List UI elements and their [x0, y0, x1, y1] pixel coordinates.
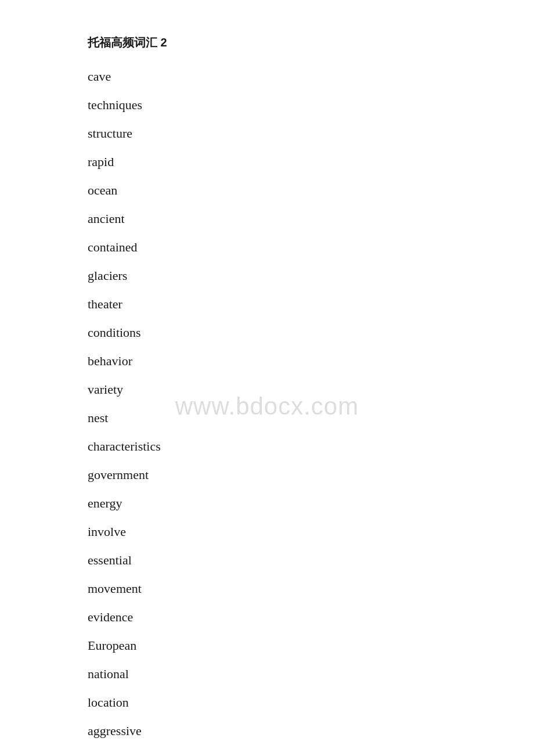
list-item: nest [88, 408, 446, 427]
list-item: essential [88, 550, 446, 570]
list-item: variety [88, 380, 446, 399]
list-item: conditions [88, 323, 446, 342]
list-item: upper [88, 750, 446, 756]
list-item: evidence [88, 607, 446, 627]
list-item: cave [88, 67, 446, 86]
list-item: characteristics [88, 437, 446, 456]
list-item: rapid [88, 152, 446, 171]
list-item: ancient [88, 209, 446, 228]
list-item: techniques [88, 95, 446, 114]
page-container: www.bdocx.com 托福高频词汇 2 cavetechniquesstr… [0, 0, 534, 756]
list-item: aggressive [88, 721, 446, 740]
page-title: 托福高频词汇 2 [88, 35, 446, 51]
list-item: energy [88, 494, 446, 513]
list-item: structure [88, 124, 446, 143]
list-item: contained [88, 237, 446, 257]
list-item: involve [88, 522, 446, 541]
list-item: location [88, 693, 446, 712]
word-list: cavetechniquesstructurerapidoceanancient… [88, 67, 446, 756]
list-item: movement [88, 579, 446, 598]
list-item: government [88, 465, 446, 484]
list-item: theater [88, 294, 446, 314]
list-item: national [88, 664, 446, 683]
list-item: ocean [88, 181, 446, 200]
list-item: glaciers [88, 266, 446, 285]
list-item: behavior [88, 351, 446, 370]
list-item: European [88, 636, 446, 655]
